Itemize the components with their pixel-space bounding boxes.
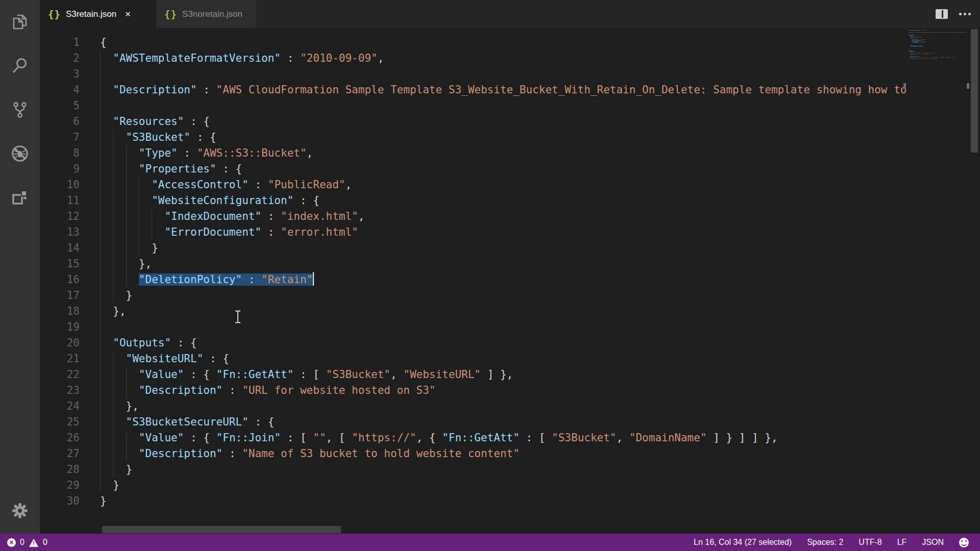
json-file-icon: {} — [164, 9, 177, 20]
minimap[interactable]: { "AWSTemplateFormatVersion" : "2010-09-… — [908, 28, 967, 534]
eol-setting[interactable]: LF — [897, 538, 907, 547]
settings-gear-icon[interactable] — [0, 491, 40, 531]
editor[interactable]: 1234567891011121314151617181920212223242… — [40, 28, 980, 534]
line-number-gutter: 1234567891011121314151617181920212223242… — [40, 35, 100, 509]
warning-icon: ! — [29, 538, 39, 547]
error-icon: ✕ — [7, 538, 16, 547]
problems-indicator[interactable]: ✕ 0 ! 0 — [0, 538, 47, 547]
minimap-selection-mark — [903, 83, 906, 89]
vertical-scrollbar[interactable] — [971, 29, 978, 153]
tab-s3retain[interactable]: {} S3retain.json ✕ — [40, 0, 156, 28]
activity-bar — [0, 0, 40, 534]
feedback-smiley-icon[interactable] — [959, 538, 969, 547]
extensions-icon[interactable] — [0, 176, 40, 219]
tab-label: S3retain.json — [66, 9, 116, 19]
encoding-setting[interactable]: UTF-8 — [859, 538, 881, 547]
overview-ruler-selection-mark — [967, 83, 969, 89]
tab-label: S3noretain.json — [182, 9, 242, 19]
debug-icon[interactable] — [0, 132, 40, 176]
search-icon[interactable] — [0, 44, 40, 88]
error-count: 0 — [20, 538, 24, 547]
tab-bar: {} S3retain.json ✕ {} S3noretain.json — [40, 0, 980, 28]
warning-count: 0 — [43, 538, 47, 547]
language-mode[interactable]: JSON — [922, 538, 944, 547]
horizontal-scrollbar[interactable] — [102, 526, 341, 533]
explorer-icon[interactable] — [0, 0, 40, 44]
status-bar: ✕ 0 ! 0 Ln 16, Col 34 (27 selected) Spac… — [0, 534, 980, 551]
split-editor-icon[interactable] — [936, 9, 948, 19]
cursor-position[interactable]: Ln 16, Col 34 (27 selected) — [694, 538, 792, 547]
indentation-setting[interactable]: Spaces: 2 — [807, 538, 843, 547]
code-lines[interactable]: { "AWSTemplateFormatVersion" : "2010-09-… — [100, 35, 908, 509]
source-control-icon[interactable] — [0, 88, 40, 132]
minimap-content: { "AWSTemplateFormatVersion" : "2010-09-… — [908, 28, 966, 63]
tab-s3noretain[interactable]: {} S3noretain.json — [156, 0, 256, 28]
json-file-icon: {} — [48, 9, 61, 20]
more-actions-icon[interactable] — [959, 13, 971, 15]
close-icon[interactable]: ✕ — [125, 10, 131, 18]
